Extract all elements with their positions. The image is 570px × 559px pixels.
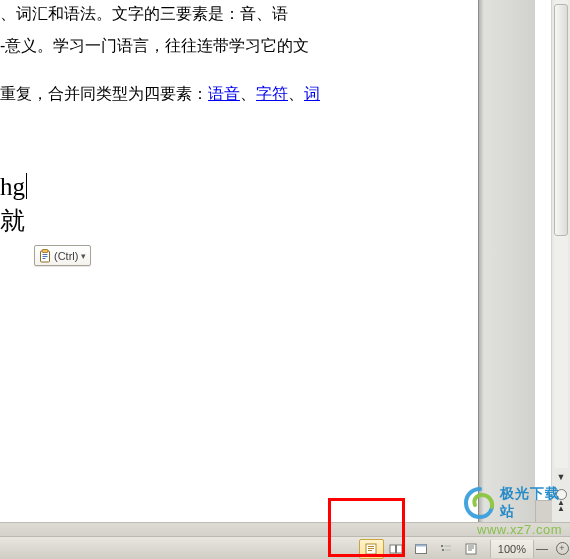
page-margin-area (478, 0, 535, 522)
swirl-icon (462, 485, 498, 521)
svg-rect-7 (368, 548, 374, 549)
svg-rect-9 (390, 545, 396, 553)
svg-rect-10 (397, 545, 403, 553)
web-icon (414, 543, 428, 555)
separator: 、 (240, 85, 256, 102)
hyperlink[interactable]: 词 (304, 85, 320, 102)
body-text-line: 重复，合并同类型为四要素：语音、字符、词 (0, 80, 478, 108)
body-text-line: -意义。学习一门语言，往往连带学习它的文 (0, 32, 478, 60)
hyperlink[interactable]: 语音 (208, 85, 240, 102)
svg-rect-13 (441, 545, 443, 547)
svg-rect-14 (444, 545, 451, 547)
document-page[interactable]: 、词汇和语法。文字的三要素是：音、语 -意义。学习一门语言，往往连带学习它的文 … (0, 0, 478, 522)
typed-text: 就 (0, 204, 478, 238)
svg-rect-16 (445, 549, 451, 551)
watermark-logo: 极光下载站 (462, 485, 562, 521)
web-layout-view-button[interactable] (409, 539, 434, 559)
full-screen-reading-view-button[interactable] (384, 539, 409, 559)
svg-rect-1 (42, 249, 48, 252)
watermark-url: www.xz7.com (477, 522, 562, 537)
svg-rect-2 (43, 254, 48, 255)
clipboard-icon (39, 249, 51, 263)
scroll-down-arrow-icon[interactable]: ▼ (552, 470, 570, 484)
zoom-percent-label: 100% (498, 543, 526, 555)
zoom-in-button[interactable]: + (554, 540, 570, 558)
svg-rect-15 (442, 549, 444, 551)
page-icon (364, 543, 378, 555)
outline-view-button[interactable] (434, 539, 459, 559)
paste-options-button[interactable]: (Ctrl) ▾ (34, 245, 91, 266)
view-buttons-group (359, 539, 484, 559)
chevron-down-icon: ▾ (81, 251, 86, 261)
svg-rect-6 (368, 546, 374, 547)
outline-icon (439, 543, 453, 555)
scrollbar-thumb[interactable] (554, 4, 568, 236)
paste-options-label: (Ctrl) (54, 250, 78, 262)
separator: 、 (288, 85, 304, 102)
minus-icon: — (536, 542, 548, 556)
svg-rect-8 (368, 550, 372, 551)
hyperlink[interactable]: 字符 (256, 85, 288, 102)
plus-circle-icon: + (556, 542, 569, 555)
watermark-brand-text: 极光下载站 (500, 485, 562, 521)
body-text-line: 、词汇和语法。文字的三要素是：音、语 (0, 0, 478, 28)
svg-rect-3 (43, 256, 48, 257)
draft-view-button[interactable] (459, 539, 484, 559)
typed-text: hg (0, 173, 25, 200)
svg-rect-12 (416, 544, 427, 546)
text-cursor (26, 173, 27, 199)
body-text-fragment: 重复，合并同类型为四要素： (0, 85, 208, 102)
book-icon (389, 543, 403, 555)
print-layout-view-button[interactable] (359, 539, 384, 559)
svg-rect-4 (43, 258, 46, 259)
status-bar: 100% — + (0, 536, 570, 559)
vertical-scrollbar[interactable]: ▼ ▲▲ (551, 0, 570, 522)
draft-icon (464, 543, 478, 555)
zoom-out-button[interactable]: — (534, 540, 550, 558)
zoom-level[interactable]: 100% (490, 540, 534, 558)
typed-text-block[interactable]: hg 就 (0, 170, 478, 238)
